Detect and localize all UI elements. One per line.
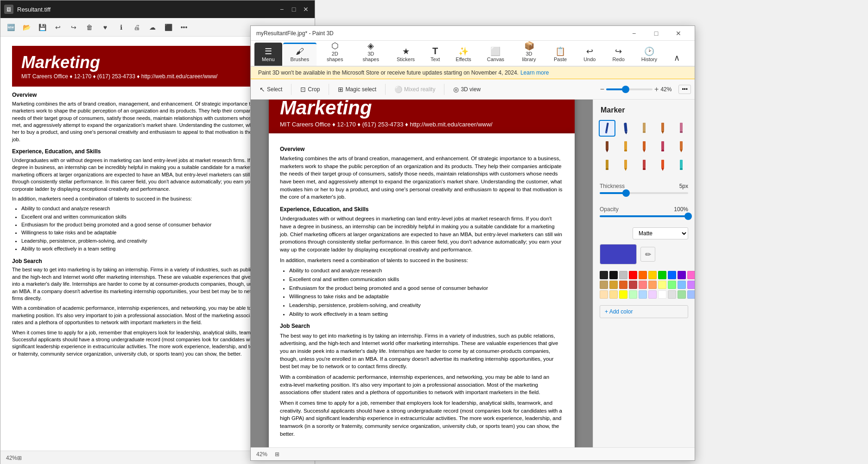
learn-more-link[interactable]: Learn more <box>520 69 549 76</box>
tab-2dshapes[interactable]: ⬡ 2D shapes <box>317 43 353 66</box>
tab-brushes[interactable]: 🖌 Brushes <box>283 43 317 66</box>
bg-minimize-btn[interactable]: − <box>277 4 287 14</box>
new-btn[interactable]: 🆕 <box>4 21 17 34</box>
cloud-btn[interactable]: ☁ <box>146 21 159 34</box>
delete-btn[interactable]: 🗑 <box>83 21 96 34</box>
palette-color-25[interactable] <box>648 290 657 299</box>
brush-item-13[interactable] <box>636 157 653 174</box>
redo-btn[interactable]: ↪ <box>67 21 80 34</box>
palette-color-12[interactable] <box>619 281 627 289</box>
paint3d-minimize-btn[interactable]: − <box>623 26 645 41</box>
undo-btn[interactable]: ↩ <box>51 21 64 34</box>
open-btn[interactable]: 📂 <box>20 21 33 34</box>
zoom-slider-thumb[interactable] <box>622 86 629 93</box>
zoom-slider-track[interactable] <box>606 88 653 90</box>
brush-item-15[interactable] <box>673 157 690 174</box>
thickness-slider-track[interactable] <box>600 192 688 194</box>
brush-item-2[interactable] <box>617 120 634 137</box>
brush-item-14[interactable] <box>654 157 671 174</box>
brush-item-8[interactable] <box>636 138 653 155</box>
brush-item-12[interactable] <box>617 157 634 174</box>
brush-item-7[interactable] <box>617 138 634 155</box>
brush-item-4[interactable] <box>654 120 671 137</box>
canvas-area[interactable]: Marketing MIT Careers Office ♦ 12-170 ♦ … <box>251 100 593 447</box>
print-btn[interactable]: 🖨 <box>130 21 143 34</box>
edit-color-btn[interactable]: ✏ <box>640 247 655 262</box>
palette-color-4[interactable] <box>639 271 647 279</box>
tab-text[interactable]: T Text <box>423 43 447 66</box>
palette-color-15[interactable] <box>648 281 657 289</box>
palette-color-18[interactable] <box>678 281 686 289</box>
palette-color-28[interactable] <box>678 290 686 299</box>
mixed-reality-btn[interactable]: ⚪ Mixed reality <box>389 82 440 97</box>
canvas-document: Marketing MIT Careers Office ♦ 12-170 ♦ … <box>269 100 575 447</box>
palette-color-16[interactable] <box>658 281 666 289</box>
favorite-btn[interactable]: ♥ <box>99 21 112 34</box>
paint3d-maximize-btn[interactable]: □ <box>646 26 667 41</box>
app-btn[interactable]: ⬛ <box>162 21 175 34</box>
current-color-swatch[interactable] <box>600 244 637 264</box>
zoom-minus-icon[interactable]: − <box>600 85 604 94</box>
palette-color-26[interactable] <box>658 290 666 299</box>
palette-color-8[interactable] <box>678 271 686 279</box>
brush-item-11[interactable] <box>599 157 615 174</box>
zoom-more-btn[interactable]: ••• <box>678 85 691 94</box>
canvas-overview-title: Overview <box>280 145 564 153</box>
palette-color-1[interactable] <box>609 271 618 279</box>
palette-color-10[interactable] <box>600 281 608 289</box>
collapse-ribbon-btn[interactable]: ∧ <box>666 43 687 66</box>
palette-color-29[interactable] <box>687 290 695 299</box>
palette-color-27[interactable] <box>668 290 676 299</box>
palette-color-5[interactable] <box>648 271 657 279</box>
3d-view-btn[interactable]: ◎ 3D view <box>448 82 486 97</box>
opacity-slider-track[interactable] <box>600 215 688 217</box>
palette-color-7[interactable] <box>668 271 676 279</box>
tab-redo[interactable]: ↪ Redo <box>605 43 632 66</box>
brush-item-10[interactable] <box>673 138 690 155</box>
tab-undo[interactable]: ↩ Undo <box>576 43 603 66</box>
magic-select-btn[interactable]: ⊞ Magic select <box>333 82 381 97</box>
palette-color-22[interactable] <box>619 290 627 299</box>
tab-paste[interactable]: 📋 Paste <box>546 43 574 66</box>
brush-item-1[interactable] <box>599 120 615 137</box>
save-btn[interactable]: 💾 <box>36 21 49 34</box>
matte-select[interactable]: Matte Glossy Flat <box>633 227 688 239</box>
bg-close-btn[interactable]: ✕ <box>301 4 311 14</box>
tab-3dlibrary[interactable]: 📦 3D library <box>513 43 545 66</box>
palette-color-19[interactable] <box>687 281 695 289</box>
palette-color-13[interactable] <box>629 281 637 289</box>
palette-color-3[interactable] <box>629 271 637 279</box>
bg-maximize-btn[interactable]: □ <box>289 4 299 14</box>
paint3d-close-btn[interactable]: ✕ <box>668 26 689 41</box>
thickness-slider-thumb[interactable] <box>622 189 630 197</box>
palette-color-9[interactable] <box>687 271 695 279</box>
palette-color-24[interactable] <box>639 290 647 299</box>
tab-stickers[interactable]: ★ Stickers <box>389 43 422 66</box>
tab-canvas[interactable]: ⬜ Canvas <box>480 43 512 66</box>
opacity-slider-thumb[interactable] <box>684 213 692 220</box>
more-btn[interactable]: ••• <box>177 21 190 34</box>
add-color-btn[interactable]: + Add color <box>600 305 688 318</box>
tab-menu[interactable]: ☰ Menu <box>254 43 282 66</box>
tab-3dshapes[interactable]: ◈ 3D shapes <box>353 43 388 66</box>
brush-item-9[interactable] <box>654 138 671 155</box>
palette-color-21[interactable] <box>609 290 618 299</box>
info-btn[interactable]: ℹ <box>114 21 127 34</box>
palette-color-2[interactable] <box>619 271 627 279</box>
palette-color-23[interactable] <box>629 290 637 299</box>
crop-tool-btn[interactable]: ⊡ Crop <box>295 82 325 97</box>
tab-effects[interactable]: ✨ Effects <box>448 43 478 66</box>
palette-color-14[interactable] <box>639 281 647 289</box>
svg-rect-9 <box>680 131 683 133</box>
brush-item-6[interactable] <box>599 138 615 155</box>
brush-item-3[interactable] <box>636 120 653 137</box>
palette-color-6[interactable] <box>658 271 666 279</box>
palette-color-11[interactable] <box>609 281 618 289</box>
zoom-plus-icon[interactable]: + <box>654 85 659 94</box>
palette-color-20[interactable] <box>600 290 608 299</box>
select-tool-btn[interactable]: ↖ Select <box>254 82 287 97</box>
tab-history[interactable]: 🕑 History <box>634 43 665 66</box>
palette-color-17[interactable] <box>668 281 676 289</box>
brush-item-5[interactable] <box>673 120 690 137</box>
palette-color-0[interactable] <box>600 271 608 279</box>
